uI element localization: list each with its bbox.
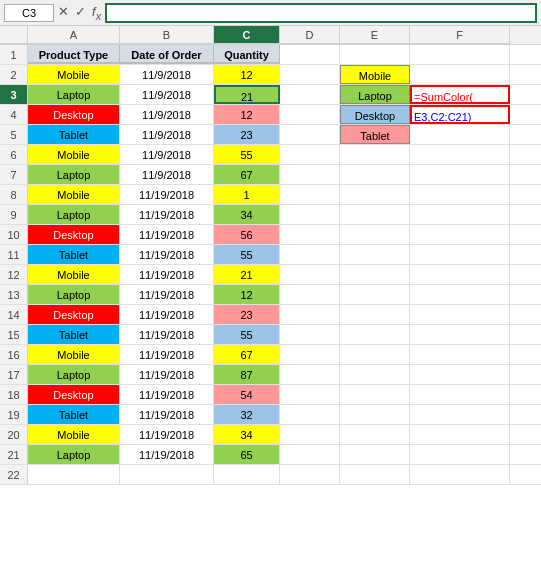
cell-date[interactable]: 11/19/2018 xyxy=(120,265,214,284)
cell-product-type[interactable]: Tablet xyxy=(28,245,120,264)
cell-d[interactable] xyxy=(280,425,340,444)
function-icon[interactable]: fx xyxy=(92,4,101,22)
cancel-icon[interactable]: ✕ xyxy=(58,4,69,22)
cell-e[interactable] xyxy=(340,345,410,364)
cell-quantity[interactable]: 21 xyxy=(214,85,280,104)
col-header-e[interactable]: E xyxy=(340,26,410,44)
cell-e[interactable] xyxy=(340,45,410,64)
cell-quantity[interactable]: 23 xyxy=(214,125,280,144)
cell-f[interactable] xyxy=(410,305,510,324)
cell-f[interactable] xyxy=(410,225,510,244)
cell-d[interactable] xyxy=(280,145,340,164)
cell-e[interactable] xyxy=(340,425,410,444)
cell-d[interactable] xyxy=(280,385,340,404)
cell-product-type[interactable]: Desktop xyxy=(28,105,120,124)
cell-f[interactable] xyxy=(410,205,510,224)
cell-f[interactable] xyxy=(410,345,510,364)
cell-product-type[interactable]: Tablet xyxy=(28,125,120,144)
cell-date[interactable]: 11/19/2018 xyxy=(120,205,214,224)
col-header-c[interactable]: C xyxy=(214,26,280,44)
cell-f[interactable] xyxy=(410,285,510,304)
cell-product-type[interactable]: Mobile xyxy=(28,265,120,284)
cell-quantity[interactable]: 12 xyxy=(214,285,280,304)
cell-quantity[interactable]: Quantity xyxy=(214,45,280,64)
cell-date[interactable]: 11/19/2018 xyxy=(120,405,214,424)
cell-f[interactable] xyxy=(410,65,510,84)
cell-e[interactable] xyxy=(340,225,410,244)
cell-e[interactable] xyxy=(340,285,410,304)
cell-e[interactable] xyxy=(340,185,410,204)
cell-product-type[interactable]: Laptop xyxy=(28,205,120,224)
col-header-d[interactable]: D xyxy=(280,26,340,44)
cell-date[interactable]: 11/9/2018 xyxy=(120,85,214,104)
cell-date[interactable]: 11/9/2018 xyxy=(120,65,214,84)
cell-e[interactable] xyxy=(340,365,410,384)
cell-e[interactable]: Tablet xyxy=(340,125,410,144)
cell-date[interactable] xyxy=(120,465,214,484)
cell-product-type[interactable]: Mobile xyxy=(28,425,120,444)
cell-date[interactable]: 11/19/2018 xyxy=(120,385,214,404)
cell-d[interactable] xyxy=(280,405,340,424)
cell-f[interactable] xyxy=(410,425,510,444)
cell-d[interactable] xyxy=(280,325,340,344)
col-header-f[interactable]: F xyxy=(410,26,510,44)
cell-e[interactable]: Laptop xyxy=(340,85,410,104)
col-header-b[interactable]: B xyxy=(120,26,214,44)
cell-quantity[interactable]: 87 xyxy=(214,365,280,384)
cell-d[interactable] xyxy=(280,105,340,124)
cell-f[interactable] xyxy=(410,325,510,344)
cell-date[interactable]: 11/19/2018 xyxy=(120,185,214,204)
cell-f[interactable] xyxy=(410,445,510,464)
cell-product-type[interactable]: Desktop xyxy=(28,385,120,404)
cell-date[interactable]: 11/19/2018 xyxy=(120,425,214,444)
cell-date[interactable]: Date of Order xyxy=(120,45,214,64)
cell-e[interactable]: Mobile xyxy=(340,65,410,84)
cell-product-type[interactable]: Tablet xyxy=(28,405,120,424)
cell-d[interactable] xyxy=(280,65,340,84)
cell-quantity[interactable]: 12 xyxy=(214,65,280,84)
cell-d[interactable] xyxy=(280,45,340,64)
cell-d[interactable] xyxy=(280,205,340,224)
cell-d[interactable] xyxy=(280,125,340,144)
cell-d[interactable] xyxy=(280,465,340,484)
cell-product-type[interactable]: Tablet xyxy=(28,325,120,344)
cell-f[interactable]: =SumColor( xyxy=(410,85,510,104)
cell-date[interactable]: 11/19/2018 xyxy=(120,345,214,364)
cell-e[interactable] xyxy=(340,165,410,184)
cell-e[interactable] xyxy=(340,405,410,424)
cell-quantity[interactable]: 12 xyxy=(214,105,280,124)
cell-e[interactable] xyxy=(340,245,410,264)
cell-date[interactable]: 11/19/2018 xyxy=(120,285,214,304)
cell-quantity[interactable] xyxy=(214,465,280,484)
cell-date[interactable]: 11/19/2018 xyxy=(120,225,214,244)
cell-product-type[interactable]: Mobile xyxy=(28,65,120,84)
cell-product-type[interactable]: Desktop xyxy=(28,305,120,324)
cell-e[interactable] xyxy=(340,465,410,484)
cell-product-type[interactable]: Laptop xyxy=(28,285,120,304)
cell-date[interactable]: 11/9/2018 xyxy=(120,125,214,144)
cell-f[interactable]: E3,C2:C21) xyxy=(410,105,510,124)
cell-f[interactable] xyxy=(410,405,510,424)
cell-d[interactable] xyxy=(280,305,340,324)
cell-f[interactable] xyxy=(410,45,510,64)
cell-date[interactable]: 11/19/2018 xyxy=(120,325,214,344)
cell-quantity[interactable]: 32 xyxy=(214,405,280,424)
cell-f[interactable] xyxy=(410,265,510,284)
cell-quantity[interactable]: 34 xyxy=(214,425,280,444)
cell-d[interactable] xyxy=(280,365,340,384)
name-box[interactable] xyxy=(4,4,54,22)
col-header-a[interactable]: A xyxy=(28,26,120,44)
cell-date[interactable]: 11/19/2018 xyxy=(120,305,214,324)
cell-product-type[interactable]: Product Type xyxy=(28,45,120,64)
cell-quantity[interactable]: 67 xyxy=(214,345,280,364)
cell-d[interactable] xyxy=(280,285,340,304)
cell-d[interactable] xyxy=(280,85,340,104)
cell-f[interactable] xyxy=(410,245,510,264)
confirm-icon[interactable]: ✓ xyxy=(75,4,86,22)
cell-date[interactable]: 11/9/2018 xyxy=(120,165,214,184)
cell-product-type[interactable]: Mobile xyxy=(28,185,120,204)
cell-e[interactable] xyxy=(340,385,410,404)
cell-product-type[interactable]: Laptop xyxy=(28,445,120,464)
cell-date[interactable]: 11/19/2018 xyxy=(120,365,214,384)
cell-product-type[interactable]: Desktop xyxy=(28,225,120,244)
